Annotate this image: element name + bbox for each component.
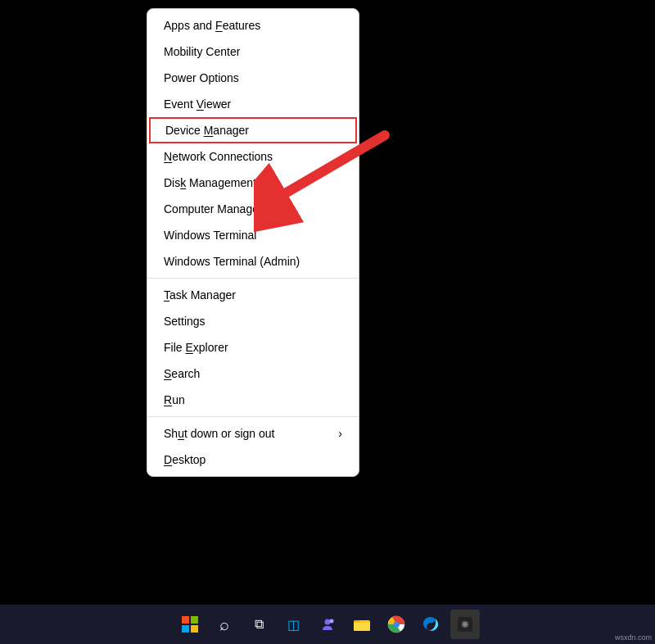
svg-rect-5 <box>354 623 370 631</box>
system-tray-button[interactable] <box>450 610 480 639</box>
chrome-icon <box>387 615 405 633</box>
context-menu: Apps and FeaturesMobility CenterPower Op… <box>147 8 359 477</box>
menu-item-apps-features[interactable]: Apps and Features <box>147 12 359 39</box>
menu-item-run[interactable]: Run <box>147 387 359 413</box>
menu-item-settings[interactable]: Settings <box>147 308 359 334</box>
menu-item-computer-management[interactable]: Computer Management <box>147 196 359 222</box>
snap-layout-button[interactable]: ◫ <box>278 610 308 639</box>
menu-item-mobility-center[interactable]: Mobility Center <box>147 39 359 65</box>
menu-item-network-connections[interactable]: Network Connections <box>147 143 359 170</box>
taskbar: ⌕ ⧉ ◫ <box>0 605 655 644</box>
edge-icon <box>422 615 440 633</box>
teams-button[interactable] <box>313 610 342 639</box>
svg-point-8 <box>394 622 400 628</box>
snap-layout-icon: ◫ <box>287 617 300 633</box>
svg-point-11 <box>463 623 467 626</box>
menu-item-file-explorer[interactable]: File Explorer <box>147 334 359 361</box>
menu-separator <box>147 278 359 279</box>
task-view-button[interactable]: ⧉ <box>244 610 273 639</box>
menu-separator <box>147 416 359 417</box>
menu-item-power-options[interactable]: Power Options <box>147 65 359 91</box>
task-view-icon: ⧉ <box>255 617 264 632</box>
menu-item-event-viewer[interactable]: Event Viewer <box>147 91 359 117</box>
submenu-arrow-icon: › <box>338 427 342 440</box>
windows-logo-icon <box>182 616 198 633</box>
menu-item-windows-terminal-admin[interactable]: Windows Terminal (Admin) <box>147 248 359 274</box>
system-tray-icon <box>456 615 474 633</box>
file-explorer-button[interactable] <box>347 610 377 639</box>
menu-item-device-manager[interactable]: Device Manager <box>149 117 357 143</box>
menu-item-desktop[interactable]: Desktop <box>147 447 359 473</box>
chrome-button[interactable] <box>382 610 411 639</box>
menu-item-task-manager[interactable]: Task Manager <box>147 282 359 308</box>
search-taskbar-button[interactable]: ⌕ <box>210 610 239 639</box>
start-button[interactable] <box>175 610 205 639</box>
menu-item-search[interactable]: Search <box>147 361 359 387</box>
teams-icon <box>318 615 337 633</box>
edge-button[interactable] <box>416 610 445 639</box>
svg-point-3 <box>330 619 334 624</box>
file-explorer-icon <box>353 616 371 633</box>
search-taskbar-icon: ⌕ <box>219 615 229 634</box>
taskbar-icon-group: ⌕ ⧉ ◫ <box>175 610 480 639</box>
watermark: wsxdn.com <box>615 633 652 642</box>
menu-item-shutdown[interactable]: Shut down or sign out› <box>147 420 359 447</box>
menu-item-disk-management[interactable]: Disk Management <box>147 170 359 196</box>
svg-point-2 <box>325 619 331 625</box>
menu-item-windows-terminal[interactable]: Windows Terminal <box>147 222 359 248</box>
